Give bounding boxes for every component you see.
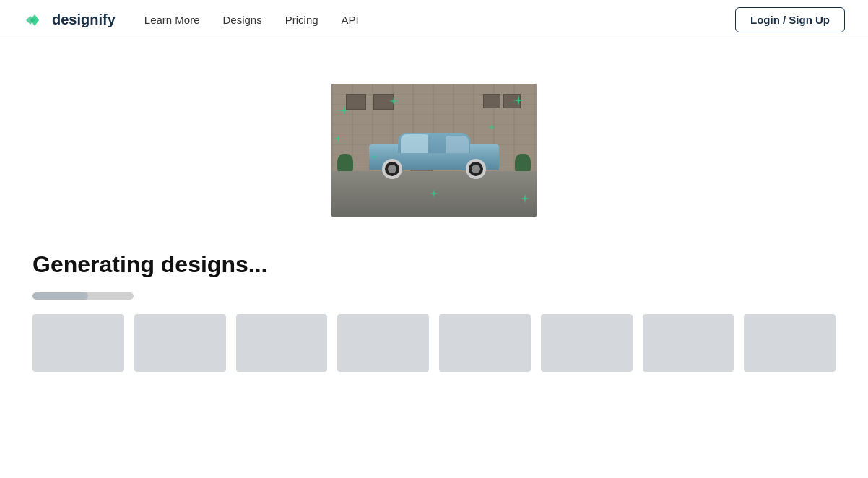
logo-icon: [23, 9, 46, 32]
sparkle-1: [338, 105, 350, 116]
skeleton-card-5: [439, 314, 531, 372]
nav-designs[interactable]: Designs: [223, 14, 262, 26]
nav-links: Learn More Designs Pricing API: [144, 14, 735, 26]
sparkle-8: [520, 194, 530, 204]
generating-title: Generating designs...: [32, 251, 836, 278]
nav-pricing[interactable]: Pricing: [285, 14, 318, 26]
skeleton-card-2: [134, 314, 226, 372]
skeleton-card-1: [32, 314, 124, 372]
sparkle-7: [430, 189, 438, 198]
car-image-container: [331, 84, 537, 217]
skeleton-card-3: [236, 314, 328, 372]
sparkle-6: [488, 123, 495, 131]
nav-learn-more[interactable]: Learn More: [144, 14, 200, 26]
skeleton-card-4: [337, 314, 429, 372]
nav-api[interactable]: API: [342, 14, 359, 26]
progress-bar-container: [32, 292, 134, 300]
loading-section: Generating designs...: [15, 251, 853, 372]
main-content: Generating designs...: [0, 40, 868, 372]
skeleton-card-6: [541, 314, 633, 372]
login-signup-button[interactable]: Login / Sign Up: [735, 7, 845, 32]
sparkle-2: [389, 97, 398, 105]
logo-text: designify: [52, 12, 116, 28]
sparkle-3: [513, 95, 524, 106]
sparkle-4: [334, 134, 342, 143]
logo-link[interactable]: designify: [23, 9, 116, 32]
sparkle-5: [370, 153, 378, 160]
skeleton-card-8: [744, 314, 836, 372]
progress-bar-fill: [32, 292, 88, 300]
skeleton-cards-row: [32, 314, 836, 372]
skeleton-card-7: [643, 314, 734, 372]
navbar: designify Learn More Designs Pricing API…: [0, 0, 868, 40]
